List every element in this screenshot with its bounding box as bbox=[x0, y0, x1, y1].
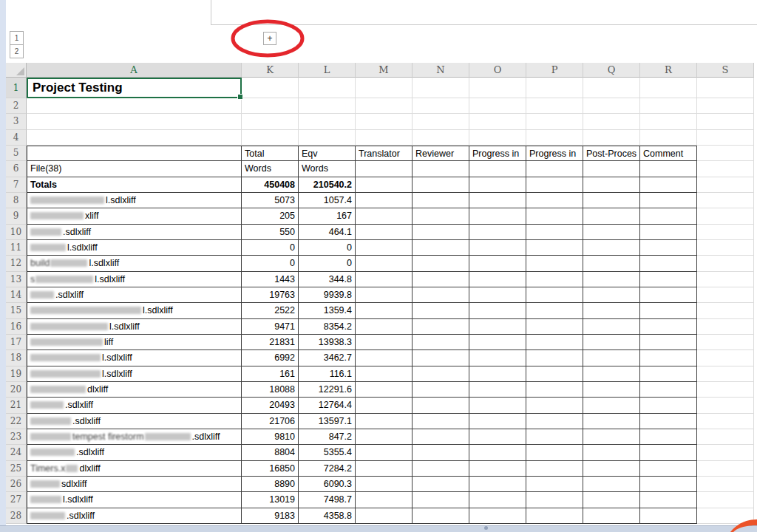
cell-S4[interactable] bbox=[697, 130, 754, 146]
cell-L11[interactable]: 0 bbox=[299, 240, 356, 256]
cell-O8[interactable] bbox=[469, 193, 526, 208]
cell-N2[interactable] bbox=[413, 98, 469, 114]
cell-P2[interactable] bbox=[526, 98, 583, 114]
cell-O10[interactable] bbox=[469, 225, 526, 240]
cell-K25[interactable]: 16850 bbox=[242, 461, 299, 477]
cell-K4[interactable] bbox=[242, 130, 299, 146]
cell-P14[interactable] bbox=[526, 287, 583, 303]
cell-N16[interactable] bbox=[413, 319, 469, 335]
cell-M10[interactable] bbox=[356, 225, 413, 240]
cell-Q12[interactable] bbox=[583, 256, 640, 271]
cell-R9[interactable] bbox=[640, 208, 697, 224]
cell-S24[interactable] bbox=[697, 445, 754, 460]
cell-L22[interactable]: 13597.1 bbox=[299, 414, 356, 429]
cell-M19[interactable] bbox=[356, 366, 413, 382]
cell-O2[interactable] bbox=[469, 98, 526, 114]
cell-S3[interactable] bbox=[697, 114, 754, 129]
cell-A24[interactable]: .sdlxliff bbox=[27, 445, 242, 460]
cell-O21[interactable] bbox=[469, 398, 526, 413]
cell-M25[interactable] bbox=[356, 461, 413, 477]
column-header-O[interactable]: O bbox=[469, 63, 526, 78]
row-header-6[interactable]: 6 bbox=[6, 161, 27, 177]
cell-R18[interactable] bbox=[640, 350, 697, 366]
row-header-18[interactable]: 18 bbox=[6, 350, 27, 366]
cell-L12[interactable]: 0 bbox=[299, 256, 356, 271]
cell-P4[interactable] bbox=[526, 130, 583, 146]
cell-Q19[interactable] bbox=[583, 366, 640, 382]
cell-M17[interactable] bbox=[356, 335, 413, 350]
cell-O18[interactable] bbox=[469, 350, 526, 366]
cell-P18[interactable] bbox=[526, 350, 583, 366]
cell-P25[interactable] bbox=[526, 461, 583, 477]
cell-A8[interactable]: l.sdlxliff bbox=[27, 193, 242, 208]
cell-N13[interactable] bbox=[413, 272, 469, 287]
cell-R16[interactable] bbox=[640, 319, 697, 335]
row-header-2[interactable]: 2 bbox=[6, 98, 27, 114]
cell-S8[interactable] bbox=[697, 193, 754, 208]
cell-M2[interactable] bbox=[356, 98, 413, 114]
row-header-19[interactable]: 19 bbox=[6, 366, 27, 382]
cell-M13[interactable] bbox=[356, 272, 413, 287]
cell-A15[interactable]: l.sdlxliff bbox=[27, 303, 242, 318]
cell-K7[interactable]: 450408 bbox=[242, 177, 299, 193]
cell-P17[interactable] bbox=[526, 335, 583, 350]
cell-N25[interactable] bbox=[413, 461, 469, 477]
cell-R17[interactable] bbox=[640, 335, 697, 350]
cell-R23[interactable] bbox=[640, 429, 697, 445]
cell-P9[interactable] bbox=[526, 208, 583, 224]
cell-R13[interactable] bbox=[640, 272, 697, 287]
cell-K19[interactable]: 161 bbox=[242, 366, 299, 382]
cell-S22[interactable] bbox=[697, 414, 754, 429]
cell-Q16[interactable] bbox=[583, 319, 640, 335]
cell-O16[interactable] bbox=[469, 319, 526, 335]
cell-O7[interactable] bbox=[469, 177, 526, 193]
cell-K1[interactable] bbox=[242, 78, 299, 98]
select-all-corner[interactable] bbox=[6, 63, 27, 78]
row-header-5[interactable]: 5 bbox=[6, 146, 27, 161]
cell-L26[interactable]: 6090.3 bbox=[299, 477, 356, 492]
cell-L13[interactable]: 344.8 bbox=[299, 272, 356, 287]
cell-M20[interactable] bbox=[356, 382, 413, 398]
cell-M8[interactable] bbox=[356, 193, 413, 208]
cell-R25[interactable] bbox=[640, 461, 697, 477]
cell-N5[interactable]: Reviewer bbox=[413, 146, 469, 161]
cell-O28[interactable] bbox=[469, 508, 526, 524]
outline-level-1-button[interactable]: 1 bbox=[10, 31, 24, 45]
cell-S5[interactable] bbox=[697, 146, 754, 161]
cell-R21[interactable] bbox=[640, 398, 697, 413]
cell-P20[interactable] bbox=[526, 382, 583, 398]
cell-Q3[interactable] bbox=[583, 114, 640, 129]
cell-K5[interactable]: Total bbox=[242, 146, 299, 161]
row-header-22[interactable]: 22 bbox=[6, 414, 27, 429]
cell-L28[interactable]: 4358.8 bbox=[299, 508, 356, 524]
cell-L15[interactable]: 1359.4 bbox=[299, 303, 356, 318]
cell-K26[interactable]: 8890 bbox=[242, 477, 299, 492]
cell-K2[interactable] bbox=[242, 98, 299, 114]
cell-P11[interactable] bbox=[526, 240, 583, 256]
cell-L17[interactable]: 13938.3 bbox=[299, 335, 356, 350]
column-header-K[interactable]: K bbox=[242, 63, 299, 78]
cell-M5[interactable]: Translator bbox=[356, 146, 413, 161]
cell-R5[interactable]: Comment bbox=[640, 146, 697, 161]
row-header-27[interactable]: 27 bbox=[6, 492, 27, 508]
cell-L6[interactable]: Words bbox=[299, 161, 356, 177]
cell-S19[interactable] bbox=[697, 366, 754, 382]
cell-A1[interactable]: Project Testing bbox=[27, 78, 242, 98]
cell-N27[interactable] bbox=[413, 492, 469, 508]
cell-M23[interactable] bbox=[356, 429, 413, 445]
cell-P15[interactable] bbox=[526, 303, 583, 318]
cell-M16[interactable] bbox=[356, 319, 413, 335]
cell-M27[interactable] bbox=[356, 492, 413, 508]
cell-N17[interactable] bbox=[413, 335, 469, 350]
cell-O25[interactable] bbox=[469, 461, 526, 477]
cell-S6[interactable] bbox=[697, 161, 754, 177]
cell-Q28[interactable] bbox=[583, 508, 640, 524]
cell-O4[interactable] bbox=[469, 130, 526, 146]
cell-O23[interactable] bbox=[469, 429, 526, 445]
cell-Q11[interactable] bbox=[583, 240, 640, 256]
cell-R2[interactable] bbox=[640, 98, 697, 114]
cell-L18[interactable]: 3462.7 bbox=[299, 350, 356, 366]
cell-P16[interactable] bbox=[526, 319, 583, 335]
cell-L3[interactable] bbox=[299, 114, 356, 129]
cell-O26[interactable] bbox=[469, 477, 526, 492]
